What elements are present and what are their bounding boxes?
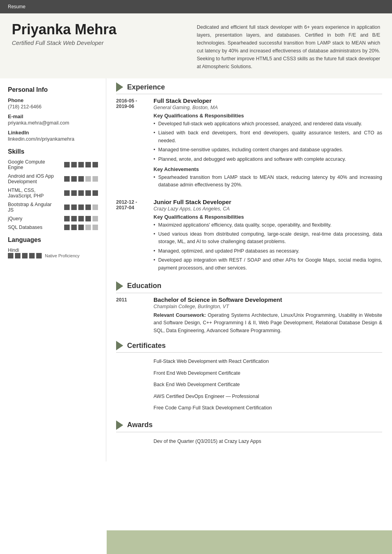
education-entry: 2011Bachelor of Science in Software Deve… xyxy=(116,296,382,335)
skill-row: Google Compute Engine xyxy=(8,159,98,170)
exp-company: General Gaming, Boston, MA xyxy=(153,105,382,110)
exp-qual-item: Maximized applications' efficiency, data… xyxy=(153,221,382,229)
phone-label: Phone xyxy=(8,97,98,103)
exp-qual-item: Managed time-sensitive updates, includin… xyxy=(153,146,382,154)
personal-info-section: Personal Info Phone (718) 212-6466 E-mai… xyxy=(8,86,98,142)
skill-dot xyxy=(92,225,98,230)
skill-dots xyxy=(64,204,98,210)
certificate-item: Full-Stack Web Development with React Ce… xyxy=(116,356,382,368)
skill-dot xyxy=(85,162,91,167)
experience-entry: 2016-05 - 2019-06Full Stack DeveloperGen… xyxy=(116,97,382,191)
exp-date: 2016-05 - 2019-06 xyxy=(116,97,148,191)
awards-list: Dev of the Quarter (Q3/2015) at Crazy La… xyxy=(116,435,382,447)
certificates-title: Certificates xyxy=(127,342,166,350)
language-dot xyxy=(15,253,20,258)
language-dot xyxy=(8,253,13,258)
language-row: HindiNative Proficiency xyxy=(8,247,98,258)
right-column: Experience 2016-05 - 2019-06Full Stack D… xyxy=(106,78,392,461)
education-section: Education 2011Bachelor of Science in Sof… xyxy=(116,281,382,335)
skill-dot xyxy=(92,204,98,210)
email-value: priyanka.mehra@gmail.com xyxy=(8,120,98,126)
exp-qual-item: Used various ideas from distributed comp… xyxy=(153,231,382,246)
exp-details: Full Stack DeveloperGeneral Gaming, Bost… xyxy=(153,97,382,191)
exp-details: Junior Full Stack DeveloperCrazy Lazy Ap… xyxy=(153,199,382,273)
skill-dot xyxy=(64,204,70,210)
candidate-name: Priyanka Mehra xyxy=(12,21,185,38)
top-bar: Resume xyxy=(0,0,392,13)
exp-ach-item: Spearheaded transition from LAMP stack t… xyxy=(153,174,382,189)
header-left: Priyanka Mehra Certified Full Stack Web … xyxy=(12,21,185,46)
skill-name: SQL Databases xyxy=(8,225,55,230)
skill-name: HTML, CSS, JavaScript, PHP xyxy=(8,188,55,199)
exp-qual-item: Liaised with back end developers, front … xyxy=(153,129,382,145)
certificates-section: Certificates Full-Stack Web Development … xyxy=(116,341,382,414)
skill-dot xyxy=(64,176,70,182)
certificates-list: Full-Stack Web Development with React Ce… xyxy=(116,356,382,414)
language-dot xyxy=(22,253,28,258)
skill-row: jQuery xyxy=(8,216,98,221)
education-title: Education xyxy=(127,282,161,290)
skill-dot xyxy=(78,190,84,196)
skill-dot xyxy=(85,176,91,182)
experience-arrow-icon xyxy=(116,82,123,92)
exp-qual-list: Maximized applications' efficiency, data… xyxy=(153,221,382,272)
language-dots xyxy=(8,253,42,258)
skill-dots xyxy=(64,216,98,221)
education-arrow-icon xyxy=(116,281,123,291)
edu-school: Champlain College, Burlington, VT xyxy=(153,304,382,309)
exp-qual-list: Developed full-stack web applications wh… xyxy=(153,120,382,163)
certificate-item: Free Code Camp Full Stack Development Ce… xyxy=(116,402,382,414)
skill-dots xyxy=(64,162,98,167)
skill-dot xyxy=(64,225,70,230)
skill-dot xyxy=(71,216,77,221)
skill-dot xyxy=(71,176,77,182)
skill-dot xyxy=(71,225,77,230)
exp-qual-item: Developed app integration with REST / SO… xyxy=(153,257,382,272)
skill-dot xyxy=(78,162,84,167)
skill-row: Android and iOS App Development xyxy=(8,173,98,184)
education-header: Education xyxy=(116,281,382,293)
edu-degree: Bachelor of Science in Software Developm… xyxy=(153,296,382,303)
candidate-title: Certified Full Stack Web Developer xyxy=(12,39,185,46)
skill-row: Bootstrap & Angular JS xyxy=(8,202,98,213)
skill-dot xyxy=(85,216,91,221)
skill-dots xyxy=(64,190,98,196)
skills-section: Skills Google Compute EngineAndroid and … xyxy=(8,148,98,230)
certificates-arrow-icon xyxy=(116,341,123,350)
personal-info-title: Personal Info xyxy=(8,86,98,93)
skill-name: Android and iOS App Development xyxy=(8,173,55,184)
language-dot xyxy=(36,253,42,258)
skill-dot xyxy=(71,204,77,210)
language-level: Native Proficiency xyxy=(45,253,80,258)
email-label: E-mail xyxy=(8,113,98,119)
skill-name: jQuery xyxy=(8,216,55,221)
skill-name: Bootstrap & Angular JS xyxy=(8,202,55,213)
languages-title: Languages xyxy=(8,236,98,244)
skill-dot xyxy=(92,176,98,182)
edu-coursework-label: Relevant Coursework: xyxy=(153,312,208,318)
exp-qual-item: Managed, optimized, and updated PHP data… xyxy=(153,247,382,255)
awards-section: Awards Dev of the Quarter (Q3/2015) at C… xyxy=(116,420,382,447)
linkedin-label: LinkedIn xyxy=(8,130,98,136)
education-list: 2011Bachelor of Science in Software Deve… xyxy=(116,296,382,335)
experience-title: Experience xyxy=(127,83,165,91)
skill-name: Google Compute Engine xyxy=(8,159,55,170)
skill-dot xyxy=(78,176,84,182)
exp-ach-list: Spearheaded transition from LAMP stack t… xyxy=(153,174,382,189)
main-content: Personal Info Phone (718) 212-6466 E-mai… xyxy=(0,78,392,461)
languages-list: HindiNative Proficiency xyxy=(8,247,98,258)
bottom-footer xyxy=(107,530,392,554)
skills-title: Skills xyxy=(8,148,98,155)
exp-qual-item: Developed full-stack web applications wh… xyxy=(153,120,382,128)
skills-list: Google Compute EngineAndroid and iOS App… xyxy=(8,159,98,230)
resume-page: Resume Priyanka Mehra Certified Full Sta… xyxy=(0,0,392,554)
skill-dot xyxy=(85,190,91,196)
experience-entry: 2012-12 - 2017-04Junior Full Stack Devel… xyxy=(116,199,382,273)
header-summary: Dedicated and efficient full stack devel… xyxy=(197,21,380,71)
awards-title: Awards xyxy=(127,421,153,429)
exp-ach-title: Key Achievements xyxy=(153,166,382,172)
skill-dot xyxy=(92,216,98,221)
skill-dot xyxy=(85,225,91,230)
exp-company: Crazy Lazy Apps, Los Angeles, CA xyxy=(153,206,382,212)
skill-dot xyxy=(85,204,91,210)
